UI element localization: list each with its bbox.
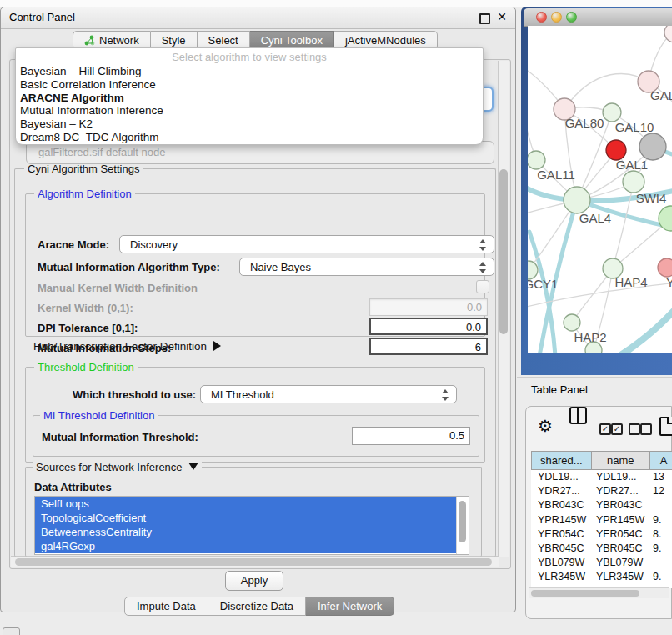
- vertical-scrollbar[interactable]: [498, 61, 509, 558]
- tab-impute-data[interactable]: Impute Data: [124, 597, 208, 616]
- column-header[interactable]: name: [592, 451, 651, 470]
- mi-threshold-field[interactable]: 0.5: [352, 427, 470, 445]
- table-cell: YLR345W: [589, 570, 646, 584]
- gear-icon[interactable]: ⚙: [538, 418, 553, 434]
- node-label: GCY1: [528, 277, 558, 291]
- tab-infer-network[interactable]: Infer Network: [306, 597, 394, 616]
- which-threshold-select[interactable]: MI Threshold: [200, 385, 457, 403]
- table-cell: YLR345W: [531, 570, 589, 584]
- data-attributes-list[interactable]: SelfLoopsTopologicalCoefficientBetweenne…: [34, 496, 469, 555]
- kernel-width-field[interactable]: 0.0: [369, 298, 488, 316]
- scrollbar-thumb[interactable]: [499, 169, 508, 334]
- tab-label: Network: [99, 34, 139, 47]
- list-scrollbar[interactable]: [456, 497, 468, 554]
- network-canvas[interactable]: GALGAL80GAL10GAL1SWI4GAL11GAL4HAP4YGCY1H…: [528, 26, 672, 352]
- dropdown-item[interactable]: Bayesian – K2: [18, 118, 468, 131]
- document-icon[interactable]: [659, 417, 672, 436]
- network-window-titlebar[interactable]: [524, 8, 672, 27]
- tab-label: Cyni Toolbox: [261, 34, 323, 47]
- attribute-item[interactable]: TopologicalCoefficient: [35, 511, 462, 525]
- table-header: shared...nameA: [531, 451, 672, 470]
- table-cell: YBL079W: [589, 556, 646, 570]
- tab-label: Select: [208, 34, 238, 47]
- mi-steps-field[interactable]: 6: [369, 338, 488, 355]
- table-row[interactable]: YBL079WYBL079W: [531, 556, 672, 570]
- attribute-item[interactable]: BetweennessCentrality: [35, 525, 462, 539]
- columns-icon[interactable]: [569, 407, 587, 424]
- unchecked-checkbox-icon[interactable]: [640, 423, 652, 435]
- network-node-gal11[interactable]: [528, 151, 545, 169]
- dropdown-item[interactable]: Mutual Information Inference: [18, 104, 468, 118]
- table-cell: 12: [646, 484, 672, 498]
- panel-title: Control Panel: [9, 11, 75, 23]
- stepper-arrows-icon: [479, 239, 486, 251]
- table-row[interactable]: YPR145WYPR145W9.: [531, 513, 672, 528]
- network-node-hap2[interactable]: [564, 314, 580, 331]
- table-row[interactable]: YBR043CYBR043C: [531, 498, 672, 512]
- float-window-icon[interactable]: [479, 13, 490, 24]
- mi-algorithm-type-select[interactable]: Naive Bayes: [239, 258, 494, 276]
- table-row[interactable]: YLR345WYLR345W9.: [531, 570, 672, 584]
- network-graph: GALGAL80GAL10GAL1SWI4GAL11GAL4HAP4YGCY1H…: [528, 26, 672, 352]
- network-node-swi4[interactable]: [623, 171, 644, 192]
- mi-algorithm-type-label: Mutual Information Algorithm Type:: [38, 261, 220, 273]
- column-header[interactable]: A: [650, 451, 672, 470]
- table-cell: YBR045C: [589, 542, 646, 556]
- manual-kernel-width-checkbox[interactable]: [476, 280, 489, 293]
- scrollbar-thumb[interactable]: [15, 558, 492, 566]
- table-row[interactable]: YER054CYER054C8.: [531, 528, 672, 542]
- table-cell: YBL079W: [531, 556, 589, 570]
- column-header[interactable]: shared...: [531, 451, 592, 470]
- table-horizontal-scrollbar[interactable]: [529, 588, 669, 598]
- close-icon[interactable]: ✕: [497, 10, 507, 23]
- checked-checkbox-icon[interactable]: ✓: [599, 423, 611, 435]
- apply-button[interactable]: Apply: [225, 571, 283, 591]
- node-label: Y: [666, 275, 672, 289]
- dpi-tolerance-field[interactable]: 0.0: [369, 318, 488, 335]
- table-cell: [646, 498, 672, 512]
- stepper-arrows-icon: [479, 262, 486, 273]
- scrollbar-thumb[interactable]: [531, 590, 639, 597]
- table-row[interactable]: YDR27...YDR27...12: [531, 484, 672, 498]
- table-row[interactable]: YBR045CYBR045C9.: [531, 542, 672, 556]
- node-label: HAP4: [614, 275, 647, 289]
- node-label: GAL4: [579, 211, 611, 225]
- threshold-definition-group: Threshold Definition Which threshold to …: [25, 367, 485, 462]
- scrollbar-thumb[interactable]: [459, 501, 466, 542]
- node-label: GAL11: [537, 168, 575, 182]
- network-node-y[interactable]: [658, 258, 672, 277]
- table-cell: YBR045C: [531, 542, 589, 556]
- network-node-gal4[interactable]: [564, 187, 590, 213]
- cyni-bottom-tabs: Impute DataDiscretize DataInfer Network: [124, 597, 394, 616]
- table-cell: YDL19...: [589, 470, 646, 484]
- sources-title[interactable]: Sources for Network Inference: [33, 461, 202, 473]
- checked-checkbox-icon[interactable]: ✓: [611, 423, 623, 435]
- algorithm-definition-group: Algorithm Definition Aracne Mode: Discov…: [25, 193, 485, 337]
- network-node-gal10[interactable]: [603, 103, 621, 122]
- dropdown-item[interactable]: Bayesian – Hill Climbing: [18, 65, 468, 78]
- close-button[interactable]: [536, 12, 547, 22]
- manual-kernel-width-label: Manual Kernel Width Definition: [38, 282, 198, 294]
- node-label: GAL: [650, 88, 672, 102]
- which-threshold-label: Which threshold to use:: [73, 388, 196, 401]
- dropdown-item[interactable]: Dream8 DC_TDC Algorithm: [18, 131, 468, 144]
- table-cell: 9.: [646, 513, 672, 528]
- expanded-arrow-icon: [188, 462, 198, 470]
- aracne-mode-select[interactable]: Discovery: [119, 235, 494, 253]
- dropdown-item[interactable]: ARACNE Algorithm: [18, 92, 468, 105]
- attribute-item[interactable]: gal4RGexp: [35, 539, 462, 553]
- tab-discretize-data[interactable]: Discretize Data: [208, 597, 306, 616]
- tab-label: Style: [162, 34, 186, 47]
- minimize-button[interactable]: [551, 12, 562, 22]
- attribute-item[interactable]: SelfLoops: [35, 497, 462, 511]
- network-node[interactable]: [639, 133, 666, 160]
- corner-stub-button[interactable]: [3, 628, 20, 635]
- table-row[interactable]: YDL19...YDL19...13: [531, 470, 672, 484]
- unchecked-checkbox-icon[interactable]: [629, 423, 640, 435]
- dropdown-item[interactable]: Basic Correlation Inference: [18, 78, 468, 92]
- node-table: shared...nameA YDL19...YDL19...13YDR27..…: [531, 451, 672, 588]
- mi-threshold-definition-title: MI Threshold Definition: [40, 409, 158, 422]
- horizontal-scrollbar[interactable]: [11, 556, 499, 568]
- zoom-button[interactable]: [566, 12, 577, 22]
- hub-section-toggle[interactable]: Hub/Transcription Factor Definition: [33, 340, 221, 352]
